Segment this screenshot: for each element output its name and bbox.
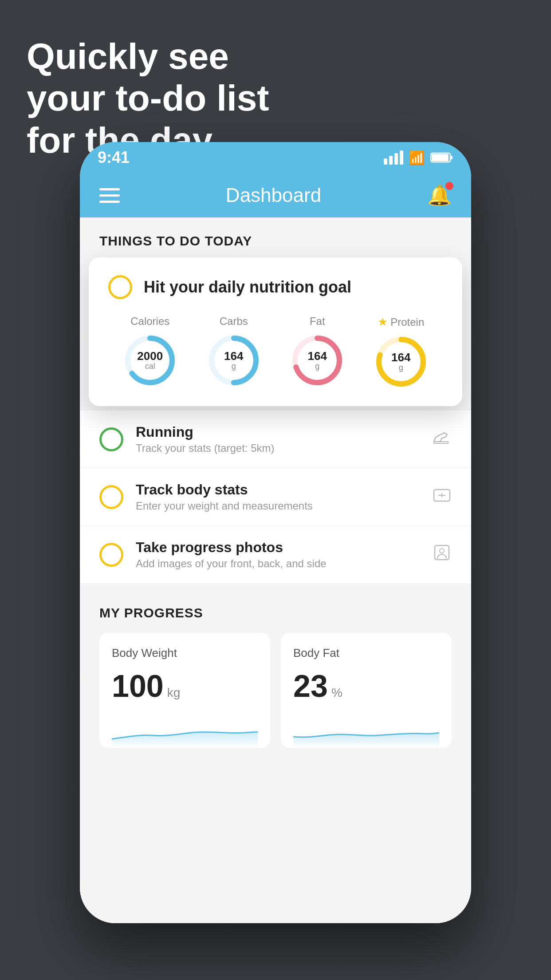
calories-unit: cal bbox=[137, 362, 163, 371]
scale-icon bbox=[432, 486, 452, 508]
calories-value: 2000 bbox=[137, 350, 163, 362]
body-weight-chart bbox=[112, 712, 258, 748]
nutrition-radio[interactable] bbox=[108, 275, 132, 299]
notification-bell[interactable]: 🔔 bbox=[427, 184, 452, 207]
status-bar: 9:41 📶 bbox=[80, 142, 471, 173]
status-time: 9:41 bbox=[98, 148, 130, 167]
svg-point-13 bbox=[440, 549, 444, 553]
calories-label: Calories bbox=[130, 315, 169, 328]
nutrition-carbs: Carbs 164 g bbox=[207, 315, 260, 387]
body-fat-unit: % bbox=[331, 686, 342, 700]
hero-line2: your to-do list bbox=[27, 77, 269, 119]
hero-line1: Quickly see bbox=[27, 36, 269, 77]
things-to-do-title: THINGS TO DO TODAY bbox=[99, 233, 252, 248]
battery-icon bbox=[430, 152, 453, 163]
nutrition-calories: Calories 2000 cal bbox=[123, 315, 177, 387]
progress-cards: Body Weight 100 kg bbox=[99, 633, 452, 748]
body-weight-value: 100 kg bbox=[112, 671, 258, 702]
fat-value: 164 bbox=[308, 350, 327, 362]
nutrition-fat: Fat 164 g bbox=[291, 315, 344, 387]
notification-dot bbox=[445, 182, 453, 190]
protein-donut: 164 g bbox=[374, 335, 428, 388]
nutrition-card: Hit your daily nutrition goal Calories bbox=[89, 257, 462, 406]
navbar: Dashboard 🔔 bbox=[80, 173, 471, 217]
protein-unit: g bbox=[391, 363, 410, 372]
body-weight-unit: kg bbox=[167, 686, 181, 700]
protein-label: ★Protein bbox=[378, 315, 424, 329]
body-weight-card-title: Body Weight bbox=[112, 646, 258, 660]
progress-section: MY PROGRESS Body Weight 100 kg bbox=[80, 583, 471, 761]
svg-rect-2 bbox=[450, 156, 453, 159]
nutrition-card-title: Hit your daily nutrition goal bbox=[144, 278, 351, 296]
body-fat-chart bbox=[293, 712, 439, 748]
phone-mockup: 9:41 📶 Dashboard 🔔 bbox=[80, 142, 471, 923]
body-stats-radio[interactable] bbox=[99, 485, 123, 509]
nutrition-card-header: Hit your daily nutrition goal bbox=[108, 275, 443, 299]
phone-inner: THINGS TO DO TODAY Hit your daily nutrit… bbox=[80, 217, 471, 923]
body-fat-value: 23 % bbox=[293, 671, 439, 702]
progress-photos-title: Take progress photos bbox=[136, 539, 420, 556]
todo-list: Running Track your stats (target: 5km) bbox=[80, 411, 471, 583]
nutrition-protein: ★Protein 164 g bbox=[374, 315, 428, 388]
progress-photos-text: Take progress photos Add images of your … bbox=[136, 539, 420, 570]
things-to-do-header: THINGS TO DO TODAY bbox=[80, 217, 471, 257]
protein-value: 164 bbox=[391, 352, 410, 363]
todo-body-stats[interactable]: Track body stats Enter your weight and m… bbox=[80, 468, 471, 526]
fat-donut: 164 g bbox=[291, 334, 344, 387]
progress-photos-radio[interactable] bbox=[99, 543, 123, 567]
star-icon: ★ bbox=[378, 315, 388, 329]
fat-unit: g bbox=[308, 362, 327, 371]
phone-content: THINGS TO DO TODAY Hit your daily nutrit… bbox=[80, 217, 471, 923]
carbs-donut: 164 g bbox=[207, 334, 260, 387]
running-text: Running Track your stats (target: 5km) bbox=[136, 424, 420, 454]
todo-running[interactable]: Running Track your stats (target: 5km) bbox=[80, 411, 471, 468]
body-stats-subtitle: Enter your weight and measurements bbox=[136, 500, 420, 512]
hamburger-menu[interactable] bbox=[99, 188, 120, 203]
carbs-unit: g bbox=[224, 362, 243, 371]
fat-label: Fat bbox=[310, 315, 325, 328]
body-weight-num: 100 bbox=[112, 671, 164, 702]
running-subtitle: Track your stats (target: 5km) bbox=[136, 442, 420, 454]
body-fat-card-title: Body Fat bbox=[293, 646, 439, 660]
svg-rect-1 bbox=[432, 154, 449, 161]
running-title: Running bbox=[136, 424, 420, 440]
nutrition-row: Calories 2000 cal bbox=[108, 315, 443, 388]
shoe-icon bbox=[432, 429, 452, 449]
body-weight-card: Body Weight 100 kg bbox=[99, 633, 270, 748]
todo-progress-photos[interactable]: Take progress photos Add images of your … bbox=[80, 526, 471, 583]
running-radio[interactable] bbox=[99, 427, 123, 451]
status-icons: 📶 bbox=[384, 150, 453, 166]
carbs-value: 164 bbox=[224, 350, 243, 362]
wifi-icon: 📶 bbox=[409, 150, 425, 166]
body-stats-title: Track body stats bbox=[136, 482, 420, 498]
nav-title: Dashboard bbox=[226, 184, 321, 206]
progress-photos-subtitle: Add images of your front, back, and side bbox=[136, 557, 420, 570]
body-fat-card: Body Fat 23 % bbox=[281, 633, 452, 748]
body-stats-text: Track body stats Enter your weight and m… bbox=[136, 482, 420, 512]
body-fat-num: 23 bbox=[293, 671, 328, 702]
person-icon bbox=[432, 543, 452, 566]
progress-title: MY PROGRESS bbox=[99, 605, 452, 620]
carbs-label: Carbs bbox=[220, 315, 248, 328]
signal-icon bbox=[384, 150, 403, 165]
calories-donut: 2000 cal bbox=[123, 334, 177, 387]
